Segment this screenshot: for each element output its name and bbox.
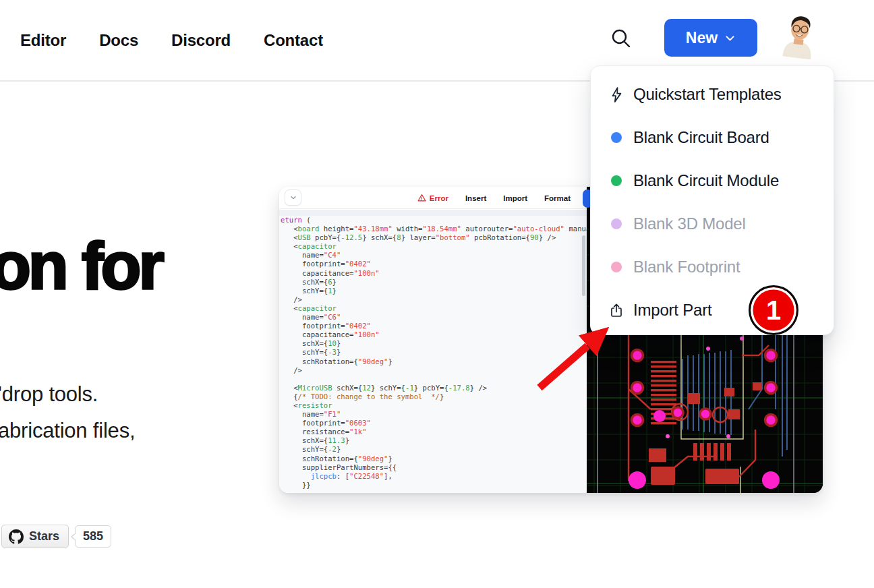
github-octocat-icon	[9, 529, 24, 544]
new-menu-dropdown: Quickstart TemplatesBlank Circuit BoardB…	[590, 65, 834, 335]
menu-item-label: Import Part	[633, 301, 712, 320]
editor-toolbar: Error InsertImportFormat	[279, 187, 587, 209]
menu-item-blank-footprint: Blank Footprint	[591, 245, 834, 289]
color-dot-icon	[611, 262, 622, 272]
search-icon	[610, 27, 633, 50]
nav-link-contact[interactable]: Contact	[264, 31, 323, 50]
menu-item-blank-circuit-board[interactable]: Blank Circuit Board	[591, 116, 834, 159]
hero-paragraph: 'drop tools. abrication files,	[0, 376, 135, 449]
color-dot-icon	[611, 132, 622, 143]
menu-item-label: Blank Footprint	[633, 258, 740, 276]
menu-item-blank-3d-model: Blank 3D Model	[591, 202, 834, 245]
nav-link-docs[interactable]: Docs	[99, 31, 138, 50]
user-avatar-photo	[780, 15, 818, 59]
hero-paragraph-line-1: 'drop tools.	[0, 376, 135, 413]
editor-error-indicator: Error	[417, 194, 448, 202]
chevron-down-icon	[290, 194, 297, 201]
nav-link-discord[interactable]: Discord	[171, 31, 231, 50]
menu-item-label: Quickstart Templates	[633, 85, 782, 104]
github-stars-widget: Stars 585	[1, 525, 111, 548]
code-area-top-band	[279, 210, 587, 216]
editor-file-dropdown	[285, 189, 301, 206]
new-button[interactable]: New	[664, 19, 757, 57]
menu-item-label: Blank Circuit Board	[633, 128, 769, 147]
new-button-label: New	[686, 29, 718, 47]
warning-triangle-icon	[417, 194, 426, 202]
avatar[interactable]	[780, 15, 818, 59]
github-star-count[interactable]: 585	[75, 525, 111, 548]
color-dot-icon	[611, 175, 622, 186]
color-dot-icon	[611, 218, 622, 229]
hero-heading-fragment: on for	[0, 228, 162, 304]
search-button[interactable]	[609, 27, 633, 51]
menu-item-label: Blank 3D Model	[633, 214, 746, 233]
menu-item-quickstart-templates[interactable]: Quickstart Templates	[591, 73, 834, 116]
chevron-down-icon	[724, 32, 736, 44]
editor-toolbar-tabs: Error InsertImportFormat	[417, 187, 571, 209]
github-stars-button[interactable]: Stars	[1, 525, 69, 548]
annotation-badge-1: 1	[749, 285, 798, 335]
hero-paragraph-line-2: abrication files,	[0, 413, 135, 449]
nav-link-editor[interactable]: Editor	[20, 31, 66, 50]
editor-tab-insert: Insert	[465, 194, 486, 202]
editor-tab-import: Import	[503, 194, 527, 202]
main-nav: EditorDocsDiscordContact	[20, 0, 323, 80]
github-stars-label: Stars	[29, 529, 59, 543]
lightning-icon	[608, 86, 625, 103]
menu-item-label: Blank Circuit Module	[633, 171, 779, 190]
editor-tab-format: Format	[544, 194, 571, 202]
annotation-arrow-icon	[519, 303, 627, 398]
menu-item-blank-circuit-module[interactable]: Blank Circuit Module	[591, 159, 834, 202]
page: EditorDocsDiscordContact New	[0, 0, 874, 588]
editor-error-label: Error	[430, 194, 448, 202]
